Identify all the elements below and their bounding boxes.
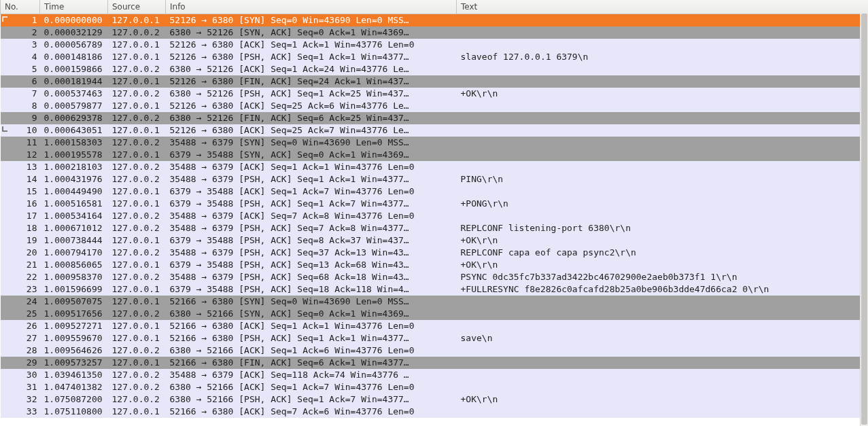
cell-text: [457, 344, 869, 357]
cell-source: 127.0.0.2: [108, 161, 166, 173]
table-row[interactable]: 261.009527271127.0.0.152166 → 6380 [ACK]…: [1, 320, 869, 332]
table-row[interactable]: 241.009507075127.0.0.152166 → 6380 [SYN]…: [1, 296, 869, 308]
table-row[interactable]: 70.000537463127.0.0.26380 → 52126 [PSH, …: [1, 88, 869, 100]
table-row[interactable]: 201.000794170127.0.0.235488 → 6379 [PSH,…: [1, 247, 869, 259]
table-row[interactable]: 40.000148186127.0.0.152126 → 6380 [PSH, …: [1, 51, 869, 63]
cell-text: [457, 185, 869, 198]
table-row[interactable]: 331.075110800127.0.0.152166 → 6380 [ACK]…: [1, 406, 869, 418]
column-header-text[interactable]: Text: [457, 0, 869, 14]
cell-time: 1.075087200: [40, 393, 108, 406]
cell-no: 27: [1, 332, 40, 344]
cell-no: 20: [1, 247, 40, 259]
cell-info: 6380 → 52166 [ACK] Seq=1 Ack=7 Win=43776…: [166, 381, 457, 393]
cell-no: 4: [1, 51, 40, 63]
cell-source: 127.0.0.1: [108, 283, 166, 296]
cell-source: 127.0.0.2: [108, 210, 166, 222]
column-header-time[interactable]: Time: [40, 0, 108, 14]
table-row[interactable]: 211.000856065127.0.0.16379 → 35488 [PSH,…: [1, 259, 869, 271]
cell-time: 1.009527271: [40, 320, 108, 332]
table-row[interactable]: 131.000218103127.0.0.235488 → 6379 [ACK]…: [1, 161, 869, 173]
table-row[interactable]: 121.000195578127.0.0.16379 → 35488 [SYN,…: [1, 149, 869, 161]
table-row[interactable]: 321.075087200127.0.0.26380 → 52166 [PSH,…: [1, 393, 869, 406]
table-row[interactable]: 90.000629378127.0.0.26380 → 52126 [FIN, …: [1, 112, 869, 124]
scrollbar-thumb[interactable]: [861, 14, 867, 425]
cell-no: 29: [1, 357, 40, 369]
table-row[interactable]: 60.000181944127.0.0.152126 → 6380 [FIN, …: [1, 75, 869, 88]
column-header-source[interactable]: Source: [108, 0, 166, 14]
table-row[interactable]: 151.000449490127.0.0.16379 → 35488 [ACK]…: [1, 185, 869, 198]
column-header-no[interactable]: No.: [1, 0, 40, 14]
cell-no: 16: [1, 198, 40, 210]
table-row[interactable]: 10.000000000127.0.0.152126 → 6380 [SYN] …: [1, 14, 869, 26]
table-row[interactable]: 301.039461350127.0.0.235488 → 6379 [ACK]…: [1, 369, 869, 381]
cell-text: [457, 124, 869, 137]
cell-source: 127.0.0.1: [108, 198, 166, 210]
cell-info: 35488 → 6379 [PSH, ACK] Seq=1 Ack=1 Win=…: [166, 173, 457, 185]
vertical-scrollbar[interactable]: [860, 14, 868, 426]
table-row[interactable]: 191.000738444127.0.0.16379 → 35488 [PSH,…: [1, 234, 869, 247]
cell-source: 127.0.0.2: [108, 173, 166, 185]
table-row[interactable]: 251.009517656127.0.0.26380 → 52166 [SYN,…: [1, 308, 869, 320]
cell-text: REPLCONF listening-port 6380\r\n: [457, 222, 869, 234]
cell-no: 7: [1, 88, 40, 100]
table-row[interactable]: 271.009559670127.0.0.152166 → 6380 [PSH,…: [1, 332, 869, 344]
table-row[interactable]: 231.001596699127.0.0.16379 → 35488 [PSH,…: [1, 283, 869, 296]
cell-text: [457, 308, 869, 320]
table-row[interactable]: 100.000643051127.0.0.152126 → 6380 [ACK]…: [1, 124, 869, 137]
cell-source: 127.0.0.2: [108, 369, 166, 381]
column-header-info[interactable]: Info: [166, 0, 457, 14]
cell-time: 1.039461350: [40, 369, 108, 381]
cell-time: 1.000218103: [40, 161, 108, 173]
cell-text: [457, 149, 869, 161]
table-row[interactable]: 221.000958370127.0.0.235488 → 6379 [PSH,…: [1, 271, 869, 283]
cell-time: 0.000579877: [40, 100, 108, 112]
cell-source: 127.0.0.2: [108, 271, 166, 283]
cell-text: [457, 14, 869, 26]
cell-text: [457, 369, 869, 381]
cell-time: 1.000195578: [40, 149, 108, 161]
cell-source: 127.0.0.1: [108, 406, 166, 418]
cell-no: 13: [1, 161, 40, 173]
cell-time: 1.000431976: [40, 173, 108, 185]
cell-no: 2: [1, 26, 40, 39]
cell-time: 1.009573257: [40, 357, 108, 369]
table-row[interactable]: 181.000671012127.0.0.235488 → 6379 [PSH,…: [1, 222, 869, 234]
cell-info: 6379 → 35488 [PSH, ACK] Seq=13 Ack=68 Wi…: [166, 259, 457, 271]
cell-info: 6379 → 35488 [ACK] Seq=1 Ack=7 Win=43776…: [166, 185, 457, 198]
table-row[interactable]: 171.000534164127.0.0.235488 → 6379 [ACK]…: [1, 210, 869, 222]
packet-list-table[interactable]: No. Time Source Info Text 10.00000000012…: [0, 0, 868, 418]
table-row[interactable]: 291.009573257127.0.0.152166 → 6380 [FIN,…: [1, 357, 869, 369]
cell-no: 23: [1, 283, 40, 296]
cell-source: 127.0.0.1: [108, 320, 166, 332]
cell-source: 127.0.0.1: [108, 332, 166, 344]
cell-no: 33: [1, 406, 40, 418]
table-row[interactable]: 281.009564626127.0.0.26380 → 52166 [ACK]…: [1, 344, 869, 357]
cell-no: 14: [1, 173, 40, 185]
table-row[interactable]: 311.047401382127.0.0.26380 → 52166 [ACK]…: [1, 381, 869, 393]
table-row[interactable]: 30.000056789127.0.0.152126 → 6380 [ACK] …: [1, 39, 869, 51]
cell-source: 127.0.0.1: [108, 51, 166, 63]
table-row[interactable]: 141.000431976127.0.0.235488 → 6379 [PSH,…: [1, 173, 869, 185]
table-row[interactable]: 111.000158303127.0.0.235488 → 6379 [SYN]…: [1, 137, 869, 149]
cell-time: 1.009517656: [40, 308, 108, 320]
cell-time: 1.000794170: [40, 247, 108, 259]
cell-source: 127.0.0.2: [108, 63, 166, 75]
table-row[interactable]: 50.000159866127.0.0.26380 → 52126 [ACK] …: [1, 63, 869, 75]
cell-info: 6380 → 52126 [PSH, ACK] Seq=1 Ack=25 Win…: [166, 88, 457, 100]
column-header-row[interactable]: No. Time Source Info Text: [1, 0, 869, 14]
cell-source: 127.0.0.2: [108, 26, 166, 39]
cell-time: 0.000159866: [40, 63, 108, 75]
table-row[interactable]: 20.000032129127.0.0.26380 → 52126 [SYN, …: [1, 26, 869, 39]
cell-info: 6379 → 35488 [PSH, ACK] Seq=8 Ack=37 Win…: [166, 234, 457, 247]
cell-info: 52126 → 6380 [ACK] Seq=25 Ack=6 Win=4377…: [166, 100, 457, 112]
cell-source: 127.0.0.1: [108, 234, 166, 247]
cell-source: 127.0.0.1: [108, 14, 166, 26]
cell-info: 6380 → 52166 [PSH, ACK] Seq=1 Ack=7 Win=…: [166, 393, 457, 406]
packet-list-body[interactable]: 10.000000000127.0.0.152126 → 6380 [SYN] …: [1, 14, 869, 418]
cell-text: [457, 406, 869, 418]
cell-text: +OK\r\n: [457, 234, 869, 247]
table-row[interactable]: 161.000516581127.0.0.16379 → 35488 [PSH,…: [1, 198, 869, 210]
table-row[interactable]: 80.000579877127.0.0.152126 → 6380 [ACK] …: [1, 100, 869, 112]
cell-source: 127.0.0.2: [108, 247, 166, 259]
cell-no: 22: [1, 271, 40, 283]
